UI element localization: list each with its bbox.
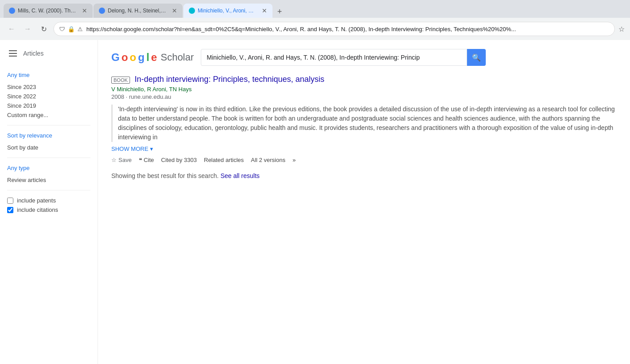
include-citations-checkbox[interactable]	[7, 207, 13, 213]
include-patents-checkbox-label[interactable]: include patents	[7, 196, 90, 205]
meta-separator: ·	[126, 93, 129, 100]
author-2-link[interactable]: R Aroni	[147, 86, 166, 93]
checkbox-section: include patents include citations	[7, 196, 90, 214]
sort-filter-section: Sort by relevance Sort by date	[7, 131, 90, 152]
cite-icon: ❝	[139, 157, 142, 163]
result-title[interactable]: In-depth interviewing: Principles, techn…	[134, 75, 324, 84]
main-content: Google Scholar 🔍 BOOK In-depth interview…	[98, 40, 630, 364]
cite-button[interactable]: ❝ Cite	[139, 157, 154, 163]
gs-logo: Google Scholar	[111, 51, 194, 64]
star-icon: ☆	[111, 157, 117, 163]
type-filter-section: Any type Review articles	[7, 163, 90, 185]
address-bar[interactable]: 🛡 🔒 ⚠ https://scholar.google.com/scholar…	[53, 22, 615, 36]
divider-2	[7, 158, 90, 158]
lock-icon: 🔒	[68, 26, 75, 32]
search-box: 🔍	[201, 49, 486, 66]
reload-button[interactable]: ↻	[37, 23, 50, 35]
new-tab-button[interactable]: +	[273, 5, 286, 18]
divider-3	[7, 190, 90, 190]
sort-date-filter[interactable]: Sort by date	[7, 143, 90, 152]
search-button[interactable]: 🔍	[467, 49, 486, 66]
tab-1[interactable]: Mills, C. W. (2000). The sociolo... ✕	[4, 4, 93, 18]
time-filter-section: Any time Since 2023 Since 2022 Since 201…	[7, 70, 90, 120]
chevron-down-icon: ▾	[150, 146, 153, 152]
since-2022-filter[interactable]: Since 2022	[7, 92, 90, 101]
tab-1-label: Mills, C. W. (2000). The sociolo...	[18, 8, 77, 14]
tab-1-favicon	[9, 8, 15, 14]
logo-g: G	[111, 51, 120, 64]
related-articles-label: Related articles	[204, 157, 244, 163]
include-patents-checkbox[interactable]	[7, 198, 13, 204]
tab-2-label: Delong, N. H., Steinel, M. P., Fl...	[108, 8, 167, 14]
shield-icon: 🛡	[59, 26, 65, 32]
tab-3[interactable]: Minichiello, V., Aroni, R. and H... ✕	[183, 4, 272, 18]
tab-2-close[interactable]: ✕	[172, 7, 177, 14]
since-2019-filter[interactable]: Since 2019	[7, 101, 90, 110]
logo-l: l	[146, 51, 150, 64]
since-2023-filter[interactable]: Since 2023	[7, 82, 90, 92]
menu-line-2	[9, 53, 17, 54]
search-icon: 🔍	[472, 53, 481, 62]
result-year: 2008	[111, 93, 124, 100]
security-icons: 🛡 🔒 ⚠	[59, 26, 83, 32]
tab-2-favicon	[99, 8, 105, 14]
result-type-badge: BOOK	[111, 77, 130, 84]
showing-best-result-text: Showing the best result for this search.	[111, 172, 219, 179]
logo-g2: g	[138, 51, 145, 64]
snippet-text: 'In-depth interviewing' is now in its th…	[118, 105, 615, 141]
gs-header: Google Scholar 🔍	[111, 49, 617, 66]
any-type-filter[interactable]: Any type	[7, 163, 90, 173]
cited-by-button[interactable]: Cited by 3303	[161, 157, 197, 163]
tab-3-close[interactable]: ✕	[262, 7, 267, 14]
more-actions-button[interactable]: »	[293, 157, 296, 163]
scholar-label: Scholar	[161, 52, 194, 63]
search-input[interactable]	[201, 49, 467, 66]
tab-2[interactable]: Delong, N. H., Steinel, M. P., Fl... ✕	[93, 4, 183, 18]
bookmark-star-icon[interactable]: ☆	[618, 25, 625, 33]
cite-label: Cite	[144, 157, 154, 163]
logo-o2: o	[130, 51, 136, 64]
custom-range-filter[interactable]: Custom range...	[7, 110, 90, 120]
show-more-button[interactable]: SHOW MORE ▾	[111, 146, 617, 152]
security-info-icon: ⚠	[77, 26, 83, 32]
include-patents-label: include patents	[17, 197, 56, 204]
page-content: Articles Any time Since 2023 Since 2022 …	[0, 40, 630, 364]
tab-3-favicon	[189, 8, 195, 14]
result-snippet: 'In-depth interviewing' is now in its th…	[111, 105, 617, 142]
sidebar: Articles Any time Since 2023 Since 2022 …	[0, 40, 98, 364]
tab-bar: Mills, C. W. (2000). The sociolo... ✕ De…	[0, 0, 630, 18]
tab-3-label: Minichiello, V., Aroni, R. and H...	[198, 8, 257, 14]
articles-label: Articles	[23, 50, 44, 57]
include-citations-checkbox-label[interactable]: include citations	[7, 205, 90, 214]
logo-o1: o	[122, 51, 128, 64]
author-3-link[interactable]: TN Hays	[169, 86, 192, 93]
forward-button[interactable]: →	[21, 23, 34, 35]
related-articles-button[interactable]: Related articles	[204, 157, 244, 163]
menu-icon[interactable]	[7, 47, 20, 60]
menu-line-1	[9, 50, 17, 51]
divider-1	[7, 125, 90, 125]
more-icon: »	[293, 157, 296, 163]
tab-1-close[interactable]: ✕	[82, 7, 87, 14]
sort-relevance-filter[interactable]: Sort by relevance	[7, 131, 90, 140]
see-all-results-link[interactable]: See all results	[220, 172, 260, 179]
show-more-label: SHOW MORE	[111, 146, 148, 152]
result-title-row: BOOK In-depth interviewing: Principles, …	[111, 75, 617, 84]
cited-by-label: Cited by 3303	[161, 157, 197, 163]
showing-text: Showing the best result for this search.…	[111, 172, 617, 179]
save-button[interactable]: ☆ Save	[111, 157, 132, 163]
result-actions: ☆ Save ❝ Cite Cited by 3303 Related arti…	[111, 157, 617, 163]
any-time-filter[interactable]: Any time	[7, 70, 90, 80]
menu-line-3	[9, 56, 17, 57]
logo-e: e	[151, 51, 157, 64]
save-label: Save	[118, 157, 132, 163]
result-authors: V Minichiello, R Aroni, TN Hays	[111, 86, 617, 93]
result-source: rune.une.edu.au	[129, 93, 171, 100]
back-button[interactable]: ←	[5, 23, 18, 35]
address-bar-area: ← → ↻ 🛡 🔒 ⚠ https://scholar.google.com/s…	[0, 18, 630, 40]
browser-chrome: Mills, C. W. (2000). The sociolo... ✕ De…	[0, 0, 630, 40]
address-text: https://scholar.google.com/scholar?hl=en…	[86, 26, 609, 32]
review-articles-filter[interactable]: Review articles	[7, 175, 90, 185]
author-1-link[interactable]: V Minichiello	[111, 86, 144, 93]
versions-button[interactable]: All 2 versions	[251, 157, 285, 163]
